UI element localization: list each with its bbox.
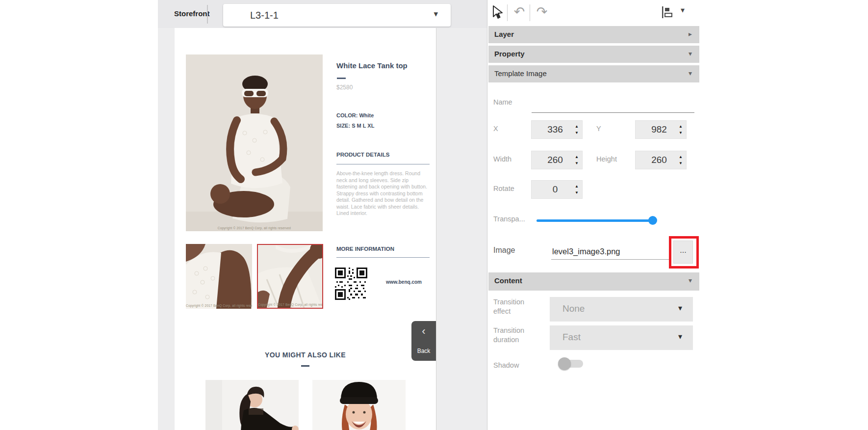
- more-information-heading: MORE INFORMATION: [336, 246, 430, 258]
- section-header-content[interactable]: Content ▾: [488, 272, 699, 291]
- y-input[interactable]: [636, 124, 679, 135]
- product-main-image[interactable]: Copyright © 2017 BenQ Corp, all rights r…: [186, 54, 323, 231]
- rotate-field[interactable]: ▲ ▼: [531, 180, 583, 199]
- toolbar-divider: [530, 4, 530, 21]
- template-selector-dropdown[interactable]: L3-1-1 ▾: [223, 4, 451, 27]
- qr-code[interactable]: [335, 268, 367, 300]
- product-title: White Lace Tank top: [336, 61, 434, 70]
- also-like-divider: [301, 365, 309, 367]
- width-label: Width: [493, 155, 511, 163]
- transition-effect-label: Transition effect: [493, 297, 536, 316]
- product-color: COLOR: White: [336, 112, 374, 118]
- stepper-down-icon[interactable]: ▼: [575, 161, 579, 165]
- transition-effect-dropdown[interactable]: None ▾: [550, 297, 693, 322]
- section-header-template-image[interactable]: Template Image ▾: [488, 65, 699, 82]
- chevron-down-icon: ▾: [689, 50, 692, 57]
- editor-canvas: Copyright © 2017 BenQ Corp, all rights r…: [158, 28, 487, 430]
- product-details-heading: PRODUCT DETAILS: [336, 152, 430, 164]
- related-product-1[interactable]: [205, 380, 299, 430]
- image-filename-input[interactable]: [551, 244, 670, 260]
- redo-button[interactable]: ↷: [534, 1, 550, 22]
- layer-header-label: Layer: [494, 30, 514, 38]
- stepper-up-icon[interactable]: ▲: [679, 155, 683, 159]
- x-stepper[interactable]: ▲ ▼: [575, 125, 579, 134]
- undo-icon: ↶: [514, 4, 525, 19]
- chevron-down-icon: ▾: [678, 303, 682, 313]
- image-copyright: Copyright © 2017 BenQ Corp, all rights r…: [186, 304, 252, 307]
- stepper-up-icon[interactable]: ▲: [575, 125, 579, 128]
- chevron-right-icon: ▸: [689, 30, 692, 38]
- stepper-down-icon[interactable]: ▼: [679, 161, 683, 165]
- select-tool-button[interactable]: [490, 5, 503, 21]
- y-field[interactable]: ▲ ▼: [635, 120, 687, 139]
- template-name: L3-1-1: [250, 10, 279, 21]
- transition-duration-label: Transition duration: [493, 326, 536, 345]
- x-label: X: [493, 125, 498, 133]
- width-stepper[interactable]: ▲ ▼: [575, 155, 579, 165]
- template-image-header-label: Template Image: [494, 69, 547, 78]
- transition-duration-dropdown[interactable]: Fast ▾: [550, 325, 693, 350]
- width-field[interactable]: ▲ ▼: [531, 151, 583, 169]
- qr-code-graphic: [335, 268, 367, 300]
- browse-image-button[interactable]: ...: [673, 241, 693, 264]
- stepper-up-icon[interactable]: ▲: [575, 155, 579, 159]
- name-input[interactable]: [532, 98, 694, 113]
- toggle-knob: [558, 357, 571, 370]
- chevron-down-icon: ▾: [434, 9, 438, 19]
- thumbnail-1-illustration: [186, 244, 252, 309]
- transparency-slider-track[interactable]: [536, 219, 657, 222]
- rotate-stepper[interactable]: ▲ ▼: [575, 185, 579, 194]
- also-like-heading: YOU MIGHT ALSO LIKE: [175, 351, 436, 359]
- stepper-down-icon[interactable]: ▼: [575, 131, 579, 134]
- property-header-label: Property: [494, 50, 525, 58]
- chevron-down-icon: ▾: [678, 332, 682, 341]
- chevron-down-icon: ▾: [689, 276, 692, 284]
- stepper-up-icon[interactable]: ▲: [575, 185, 579, 188]
- image-copyright: Copyright © 2017 BenQ Corp, all rights r…: [258, 303, 322, 306]
- y-label: Y: [596, 125, 601, 133]
- transparency-slider-thumb[interactable]: [648, 216, 657, 225]
- section-header-layer[interactable]: Layer ▸: [488, 26, 699, 43]
- align-left-icon: [660, 5, 674, 19]
- storefront-label: Storefront: [174, 9, 210, 18]
- rotate-label: Rotate: [493, 185, 514, 192]
- product-price: $2580: [336, 84, 353, 91]
- product-details-text: Above-the-knee length dress. Round neck …: [336, 170, 431, 217]
- height-field[interactable]: ▲ ▼: [635, 151, 687, 169]
- chevron-down-icon: ▾: [689, 69, 692, 77]
- section-header-property[interactable]: Property ▾: [488, 46, 699, 63]
- height-stepper[interactable]: ▲ ▼: [679, 155, 683, 165]
- title-divider: [337, 78, 346, 79]
- align-button[interactable]: [660, 5, 674, 19]
- rotate-input[interactable]: [532, 184, 575, 195]
- related-1-illustration: [205, 380, 299, 430]
- canvas-topbar: Storefront L3-1-1 ▾: [158, 0, 487, 28]
- height-input[interactable]: [636, 154, 679, 166]
- shadow-toggle[interactable]: [558, 356, 585, 371]
- x-input[interactable]: [532, 124, 575, 135]
- x-field[interactable]: ▲ ▼: [531, 120, 583, 139]
- cursor-icon: [490, 5, 503, 21]
- name-label: Name: [493, 98, 512, 106]
- toolbar-divider: [507, 4, 508, 21]
- thumbnail-1[interactable]: Copyright © 2017 BenQ Corp, all rights r…: [186, 244, 252, 309]
- width-input[interactable]: [532, 154, 575, 166]
- topbar-divider: [207, 5, 208, 24]
- y-stepper[interactable]: ▲ ▼: [679, 125, 683, 134]
- undo-button[interactable]: ↶: [511, 1, 528, 22]
- content-header-label: Content: [494, 276, 522, 285]
- related-2-illustration: [312, 380, 406, 430]
- stepper-up-icon[interactable]: ▲: [679, 125, 683, 128]
- stepper-down-icon[interactable]: ▼: [679, 131, 683, 134]
- thumbnail-2-selected[interactable]: Copyright © 2017 BenQ Corp, all rights r…: [257, 244, 323, 309]
- image-copyright: Copyright © 2017 BenQ Corp, all rights r…: [186, 226, 323, 230]
- align-dropdown-caret[interactable]: ▾: [681, 5, 685, 15]
- stepper-down-icon[interactable]: ▼: [575, 191, 579, 194]
- product-size: SIZE: S M L XL: [336, 123, 374, 129]
- related-product-2[interactable]: [312, 380, 406, 430]
- thumbnail-2-illustration: [258, 245, 322, 308]
- transition-effect-value: None: [562, 303, 585, 314]
- chevron-left-icon: ‹: [411, 326, 436, 337]
- storefront-page: Copyright © 2017 BenQ Corp, all rights r…: [175, 28, 436, 430]
- shadow-label: Shadow: [493, 361, 519, 369]
